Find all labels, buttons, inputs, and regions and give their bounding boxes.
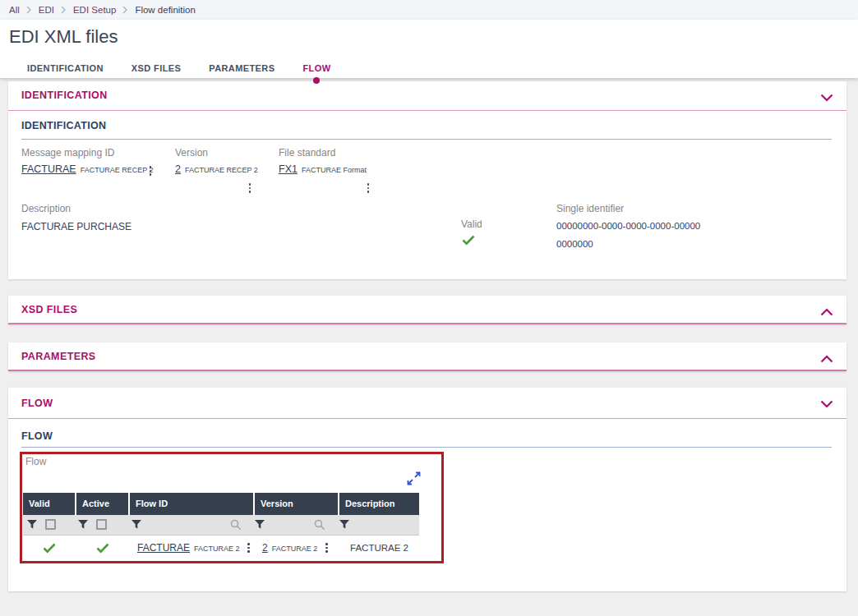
file-standard-desc: FACTURAE Format — [302, 166, 367, 174]
message-mapping-id-link[interactable]: FACTURAE — [21, 163, 76, 175]
column-header-valid[interactable]: Valid — [23, 493, 75, 515]
identification-subsection-title: IDENTIFICATION — [21, 120, 106, 131]
version-more-icon[interactable] — [246, 182, 254, 195]
message-mapping-id-value: FACTURAE FACTURAE RECEP 2 — [21, 163, 154, 175]
file-standard-value: FX1 FACTURAE Format — [279, 163, 367, 175]
flow-id-link[interactable]: FACTURAE — [137, 542, 190, 554]
tab-identification[interactable]: IDENTIFICATION — [27, 63, 104, 73]
tab-flow-label: FLOW — [302, 63, 330, 73]
flow-table-highlight-box: Flow Valid Active Flow ID Version Descri… — [20, 452, 444, 563]
flow-subsection-title: FLOW — [21, 430, 53, 442]
divider — [21, 139, 832, 140]
message-mapping-more-icon[interactable] — [146, 164, 155, 177]
section-xsd-files[interactable]: XSD FILES — [8, 296, 846, 324]
row-description-cell: FACTURAE 2 — [339, 536, 419, 560]
row-version-link[interactable]: 2 — [262, 542, 268, 554]
version-desc: FACTURAE RECEP 2 — [185, 166, 258, 174]
page-title: EDI XML files — [9, 26, 118, 48]
row-valid-cell — [23, 536, 75, 560]
flow-table-filter-row — [23, 515, 419, 536]
chevron-right-icon — [26, 6, 32, 14]
valid-label: Valid — [461, 218, 482, 230]
chevron-up-icon[interactable] — [820, 352, 835, 363]
valid-check-icon — [462, 234, 475, 249]
row-active-cell — [76, 536, 128, 560]
tab-xsd-files[interactable]: XSD FILES — [131, 63, 181, 73]
flow-table: Valid Active Flow ID Version Description — [23, 493, 419, 560]
version-label: Version — [175, 147, 208, 159]
message-mapping-id-label: Message mapping ID — [21, 147, 114, 159]
filter-icon[interactable] — [339, 520, 349, 531]
section-parameters[interactable]: PARAMETERS — [8, 342, 846, 371]
section-flow: FLOW FLOW Flow Valid Active Flow ID — [8, 388, 846, 591]
section-parameters-title: PARAMETERS — [21, 351, 96, 362]
breadcrumb-link-edi-setup[interactable]: EDI Setup — [73, 5, 116, 15]
column-header-flow-id[interactable]: Flow ID — [130, 493, 253, 515]
valid-filter-checkbox[interactable] — [45, 519, 56, 530]
version-link[interactable]: 2 — [175, 163, 181, 175]
file-standard-label: File standard — [279, 147, 335, 159]
search-icon[interactable] — [230, 519, 242, 532]
column-header-active[interactable]: Active — [76, 493, 128, 515]
row-flow-id-cell: FACTURAE FACTURAE 2 — [130, 536, 253, 560]
flow-id-desc: FACTURAE 2 — [194, 545, 240, 553]
section-identification-title: IDENTIFICATION — [21, 90, 108, 101]
search-icon[interactable] — [314, 519, 325, 532]
section-identification-header[interactable]: IDENTIFICATION — [8, 81, 846, 111]
breadcrumb-current: Flow definition — [135, 5, 196, 15]
content-area: IDENTIFICATION IDENTIFICATION Message ma… — [0, 78, 858, 591]
section-xsd-files-title: XSD FILES — [21, 304, 77, 315]
section-flow-title: FLOW — [21, 398, 53, 409]
chevron-right-icon — [61, 6, 67, 14]
tab-bar: IDENTIFICATION XSD FILES PARAMETERS FLOW — [27, 63, 330, 73]
breadcrumb-link-all[interactable]: All — [9, 5, 20, 15]
single-identifier-value-line1: 00000000-0000-0000-0000-00000 — [556, 221, 700, 231]
single-identifier-label: Single identifier — [556, 203, 624, 214]
expand-icon[interactable] — [407, 471, 422, 486]
filter-icon[interactable] — [131, 520, 141, 531]
chevron-down-icon[interactable] — [820, 90, 835, 102]
filter-icon[interactable] — [27, 520, 37, 531]
chevron-down-icon[interactable] — [820, 397, 835, 408]
valid-check-icon — [43, 543, 56, 554]
row-version-cell: 2 FACTURAE 2 — [255, 536, 338, 560]
flow-table-header-row: Valid Active Flow ID Version Description — [23, 493, 419, 515]
flow-table-row[interactable]: FACTURAE FACTURAE 2 2 FACTURAE 2 FACTURA… — [23, 536, 419, 560]
version-more-icon[interactable] — [322, 541, 330, 554]
single-identifier-value-line2: 0000000 — [556, 239, 593, 249]
flow-id-more-icon[interactable] — [245, 541, 253, 554]
breadcrumb: All EDI EDI Setup Flow definition — [0, 0, 858, 20]
active-filter-checkbox[interactable] — [96, 519, 107, 530]
tab-flow[interactable]: FLOW — [302, 63, 330, 73]
flow-widget-label: Flow — [25, 456, 46, 467]
divider — [21, 447, 832, 448]
version-value: 2 FACTURAE RECEP 2 — [175, 163, 258, 175]
section-identification: IDENTIFICATION IDENTIFICATION Message ma… — [8, 81, 846, 279]
chevron-up-icon[interactable] — [820, 305, 835, 316]
file-standard-more-icon[interactable] — [364, 182, 372, 195]
column-header-version[interactable]: Version — [255, 493, 338, 515]
filter-icon[interactable] — [255, 520, 265, 531]
page-header: EDI XML files IDENTIFICATION XSD FILES P… — [0, 20, 858, 78]
section-flow-header[interactable]: FLOW — [8, 388, 846, 419]
description-label: Description — [21, 203, 71, 214]
description-value: FACTURAE PURCHASE — [21, 221, 131, 232]
filter-icon[interactable] — [78, 520, 88, 531]
file-standard-link[interactable]: FX1 — [279, 163, 298, 175]
chevron-right-icon — [122, 6, 128, 14]
tab-parameters[interactable]: PARAMETERS — [209, 63, 274, 73]
breadcrumb-link-edi[interactable]: EDI — [39, 5, 54, 15]
column-header-description[interactable]: Description — [339, 493, 419, 515]
message-mapping-id-desc: FACTURAE RECEP 2 — [81, 166, 154, 174]
active-check-icon — [96, 543, 109, 554]
row-version-desc: FACTURAE 2 — [272, 545, 318, 553]
